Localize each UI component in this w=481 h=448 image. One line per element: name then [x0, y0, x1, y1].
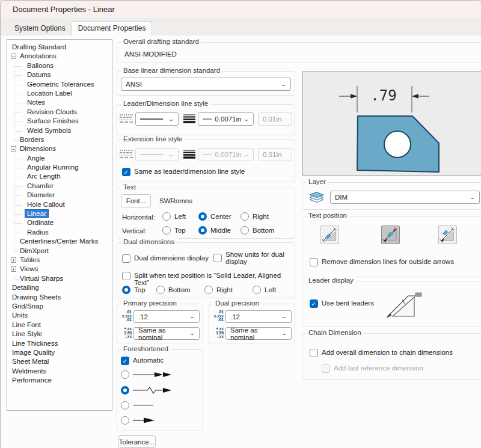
tree-item-line-font[interactable]: Line Font	[7, 321, 112, 330]
tree-item-dimxpert[interactable]: DimXpert	[7, 247, 112, 256]
tree-item-units[interactable]: Units	[7, 311, 112, 320]
base-standard-value: ANSI	[126, 81, 142, 88]
dual-position-right-radio[interactable]	[204, 286, 213, 294]
tree-item-ordinate[interactable]: Ordinate	[7, 218, 112, 227]
tree-item-label: Diameter	[27, 191, 55, 198]
primary-precision-dropdown[interactable]: .12 ⌄	[133, 310, 200, 323]
dual-tolerance-value: Same as nominal	[230, 327, 279, 341]
tree-item-performance[interactable]: Performance	[7, 376, 112, 385]
foreshortened-single-arrow-radio[interactable]	[121, 416, 129, 425]
horizontal-right-radio[interactable]	[240, 212, 249, 221]
tree-item-dimensions[interactable]: −Dimensions	[7, 144, 112, 153]
layer-dropdown[interactable]: DIM ⌄	[330, 191, 480, 204]
add-overall-dimension-checkbox[interactable]	[310, 349, 318, 357]
tolerance-button[interactable]: Tolerance...	[118, 435, 156, 448]
extension-line-style-dropdown[interactable]: ⌄	[135, 148, 179, 161]
group-title: Dual dimensions	[121, 238, 177, 245]
dual-position-right-row: Right	[204, 286, 233, 294]
base-standard-dropdown[interactable]: ANSI ⌄	[121, 78, 291, 91]
base-standard-group: Base linear dimension standard ANSI ⌄	[117, 71, 295, 96]
checkbox-label: Automatic	[133, 357, 164, 364]
horizontal-left-radio[interactable]	[162, 212, 171, 221]
dual-dimensions-display-checkbox[interactable]	[122, 254, 130, 263]
chevron-down-icon: ⌄	[244, 117, 250, 122]
automatic-checkbox[interactable]	[121, 357, 129, 365]
tree-item-label: Datums	[27, 71, 51, 78]
tree-item-weldments[interactable]: Weldments	[7, 367, 112, 376]
expand-icon[interactable]: +	[11, 266, 16, 272]
remove-dimension-lines-checkbox[interactable]	[310, 258, 318, 266]
vertical-top-radio[interactable]	[162, 226, 171, 235]
tree-item-detailing[interactable]: Detailing	[7, 283, 112, 292]
text-position-aligned-button[interactable]	[320, 226, 339, 244]
extension-line-thickness-dropdown[interactable]: 0.0071in ⌄	[198, 148, 254, 161]
same-as-leader-checkbox[interactable]	[122, 168, 130, 176]
group-title: Leader/Dimension line style	[121, 100, 210, 107]
tab-document-properties[interactable]: Document Properties	[72, 21, 153, 35]
tab-system-options[interactable]: System Options	[8, 22, 72, 35]
tree-item-image-quality[interactable]: Image Quality	[7, 348, 112, 357]
tree-item-revision-clouds[interactable]: Revision Clouds	[7, 108, 112, 117]
tree-item-borders[interactable]: Borders	[7, 135, 112, 144]
tree-item-drawing-sheets[interactable]: Drawing Sheets	[7, 293, 112, 302]
tree-item-radius[interactable]: Radius	[7, 228, 112, 237]
tree-item-drafting-standard[interactable]: Drafting Standard	[7, 43, 112, 52]
tree-item-label: Balloons	[27, 62, 54, 69]
tree-item-line-style[interactable]: Line Style	[7, 330, 112, 339]
text-position-broken-leader-button[interactable]	[381, 226, 400, 244]
vertical-bottom-radio[interactable]	[240, 226, 249, 235]
tree-item-grid-snap[interactable]: Grid/Snap	[7, 302, 112, 311]
tree-item-surface-finishes[interactable]: Surface Finishes	[7, 117, 112, 126]
horizontal-center-radio[interactable]	[198, 212, 207, 221]
primary-tolerance-precision-dropdown[interactable]: Same as nominal ⌄	[133, 327, 200, 340]
tree-item-balloons[interactable]: Balloons	[7, 61, 112, 70]
tree-item-linear[interactable]: Linear	[7, 209, 112, 218]
tree-item-label: Surface Finishes	[27, 117, 79, 124]
tree-item-virtual-sharps[interactable]: Virtual Sharps	[7, 274, 112, 283]
foreshortened-zigzag-arrow-radio[interactable]	[121, 386, 129, 394]
dual-position-top-radio[interactable]	[122, 286, 130, 294]
use-bent-leaders-checkbox[interactable]	[310, 299, 318, 308]
show-units-checkbox[interactable]	[213, 254, 222, 262]
vertical-middle-radio[interactable]	[198, 226, 207, 235]
expand-icon[interactable]: +	[11, 257, 16, 263]
add-overall-dimension-row: Add overall dimension to chain dimension…	[310, 349, 453, 357]
font-button[interactable]: Font...	[121, 194, 151, 207]
unit-precision-icon: .01 x.xxx .01	[119, 310, 132, 322]
tree-item-weld-symbols[interactable]: Weld Symbols	[7, 126, 112, 135]
dual-position-bottom-radio[interactable]	[156, 286, 165, 294]
tree-item-location-label[interactable]: Location Label	[7, 89, 112, 98]
settings-tree[interactable]: Drafting Standard−AnnotationsBalloonsDat…	[7, 39, 112, 411]
tree-item-line-thickness[interactable]: Line Thickness	[7, 339, 112, 348]
tree-item-diameter[interactable]: Diameter	[7, 191, 112, 200]
tree-item-centerlines-center-marks[interactable]: Centerlines/Center Marks	[7, 237, 112, 246]
tree-item-notes[interactable]: Notes	[7, 98, 112, 107]
extension-custom-thickness-field[interactable]: 0.01in	[258, 148, 292, 161]
tree-item-chamfer[interactable]: Chamfer	[7, 182, 112, 191]
leader-custom-thickness-field[interactable]: 0.01in	[258, 112, 292, 126]
tree-item-sheet-metal[interactable]: Sheet Metal	[7, 357, 112, 366]
tree-item-arc-length[interactable]: Arc Length	[7, 172, 112, 181]
tree-item-angle[interactable]: Angle	[7, 154, 112, 163]
foreshortened-plain-line-radio[interactable]	[121, 401, 129, 410]
tree-item-geometric-tolerances[interactable]: Geometric Tolerances	[7, 80, 112, 89]
layer-group: Layer DIM ⌄	[302, 182, 481, 210]
tree-item-views[interactable]: +Views	[7, 265, 112, 274]
text-position-horizontal-button[interactable]	[438, 226, 457, 244]
tree-item-hole-callout[interactable]: Hole Callout	[7, 200, 112, 209]
leader-line-thickness-dropdown[interactable]: 0.0071in ⌄	[198, 112, 254, 126]
checkbox-label: Remove dimension lines for outside arrow…	[322, 258, 454, 265]
tree-item-annotations[interactable]: −Annotations	[7, 52, 112, 61]
tree-item-angular-running[interactable]: Angular Running	[7, 163, 112, 172]
dual-tolerance-precision-dropdown[interactable]: Same as nominal ⌄	[225, 327, 292, 340]
foreshortened-double-arrow-radio[interactable]	[121, 370, 129, 379]
split-text-checkbox[interactable]	[122, 272, 130, 280]
dual-position-left-radio[interactable]	[253, 286, 261, 294]
tree-item-datums[interactable]: Datums	[7, 70, 112, 79]
leader-line-style-dropdown[interactable]: ⌄	[135, 112, 179, 126]
dual-precision-dropdown[interactable]: .12 ⌄	[225, 310, 292, 323]
overall-drafting-standard-value: ANSI-MODIFIED	[124, 51, 177, 58]
tree-item-tables[interactable]: +Tables	[7, 256, 112, 265]
add-last-reference-checkbox[interactable]	[322, 364, 330, 373]
line-style-sample	[140, 153, 163, 156]
